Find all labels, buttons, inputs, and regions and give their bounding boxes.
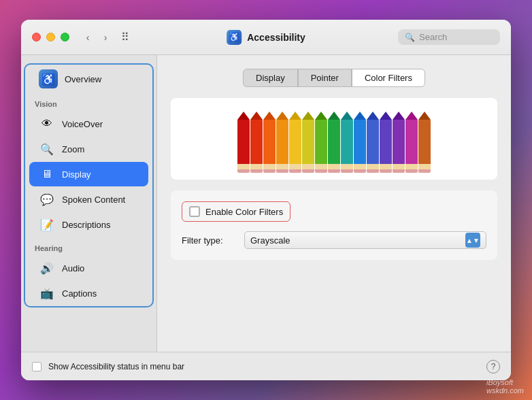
traffic-lights	[32, 33, 69, 41]
select-arrow-icon: ▲▼	[465, 233, 480, 248]
pencil	[289, 112, 301, 173]
sidebar-item-captions[interactable]: 📺 Captions	[29, 281, 148, 305]
footer: Show Accessibility status in menu bar ?	[21, 352, 511, 380]
zoom-icon: 🔍	[39, 141, 55, 157]
grid-icon[interactable]: ⠿	[121, 31, 129, 44]
captions-label: Captions	[62, 288, 97, 299]
descriptions-label: Descriptions	[62, 220, 111, 230]
search-placeholder: Search	[419, 32, 447, 42]
main-window: ‹ › ⠿ ♿ Accessibility 🔍 Search ♿ Overvie…	[21, 20, 511, 380]
titlebar: ‹ › ⠿ ♿ Accessibility 🔍 Search	[21, 20, 511, 55]
tab-pointer[interactable]: Pointer	[298, 69, 352, 87]
overview-icon: ♿	[39, 69, 58, 88]
descriptions-icon: 📝	[39, 216, 55, 233]
audio-icon: 🔊	[39, 260, 55, 276]
tab-display[interactable]: Display	[243, 69, 298, 87]
main-content: Display Pointer Color Filters Enable Col…	[157, 55, 511, 352]
filter-type-select[interactable]: Grayscale ▲▼	[244, 231, 486, 249]
display-icon: 🖥	[39, 166, 55, 182]
help-button[interactable]: ?	[486, 360, 500, 373]
pencil	[354, 112, 366, 173]
nav-buttons: ‹ ›	[80, 30, 113, 45]
minimize-button[interactable]	[46, 33, 55, 41]
pencil	[380, 112, 392, 173]
tab-bar: Display Pointer Color Filters	[171, 69, 497, 87]
search-box[interactable]: 🔍 Search	[398, 29, 500, 45]
captions-icon: 📺	[39, 285, 55, 301]
spoken-content-icon: 💬	[39, 191, 55, 207]
display-label: Display	[62, 169, 91, 180]
accessibility-icon: ♿	[227, 30, 242, 45]
pencil	[367, 112, 379, 173]
window-title-area: ♿ Accessibility	[227, 30, 305, 45]
sidebar-item-zoom[interactable]: 🔍 Zoom	[29, 137, 148, 161]
footer-label: Show Accessibility status in menu bar	[48, 362, 184, 371]
search-icon: 🔍	[405, 33, 415, 42]
sidebar: ♿ Overview Vision 👁 VoiceOver 🔍 Zoom 🖥 D…	[21, 55, 157, 352]
voiceover-label: VoiceOver	[62, 119, 103, 129]
zoom-label: Zoom	[62, 144, 84, 154]
pencil	[276, 112, 288, 173]
filter-type-value: Grayscale	[250, 235, 290, 246]
sidebar-item-spoken-content[interactable]: 💬 Spoken Content	[29, 187, 148, 212]
filter-type-row: Filter type: Grayscale ▲▼	[182, 231, 486, 249]
pencil	[263, 112, 276, 173]
vision-section-header: Vision	[25, 93, 152, 111]
enable-color-filters-checkbox[interactable]	[189, 206, 200, 217]
sidebar-item-display[interactable]: 🖥 Display	[29, 162, 148, 186]
overview-label: Overview	[65, 74, 101, 84]
sidebar-item-audio[interactable]: 🔊 Audio	[29, 256, 148, 280]
back-button[interactable]: ‹	[80, 30, 95, 45]
enable-color-filters-container[interactable]: Enable Color Filters	[182, 201, 290, 222]
spoken-content-label: Spoken Content	[62, 195, 125, 205]
controls-area: Enable Color Filters Filter type: Graysc…	[171, 190, 497, 260]
content-area: ♿ Overview Vision 👁 VoiceOver 🔍 Zoom 🖥 D…	[21, 55, 511, 352]
hearing-section-header: Hearing	[25, 237, 152, 255]
sidebar-border: ♿ Overview Vision 👁 VoiceOver 🔍 Zoom 🖥 D…	[24, 63, 154, 307]
watermark: iBoysoftwskdn.com	[486, 378, 524, 395]
pencils-container	[237, 105, 431, 173]
pencils-area	[171, 98, 497, 180]
sidebar-item-voiceover[interactable]: 👁 VoiceOver	[29, 112, 148, 136]
window-title: Accessibility	[247, 32, 305, 43]
pencil	[302, 112, 314, 173]
forward-button[interactable]: ›	[98, 30, 113, 45]
pencil	[393, 112, 405, 173]
close-button[interactable]	[32, 33, 41, 41]
sidebar-item-descriptions[interactable]: 📝 Descriptions	[29, 212, 148, 237]
maximize-button[interactable]	[61, 33, 69, 41]
pencil	[315, 112, 327, 173]
enable-color-filters-label: Enable Color Filters	[205, 207, 283, 217]
audio-label: Audio	[62, 263, 84, 273]
sidebar-item-overview[interactable]: ♿ Overview	[29, 65, 148, 93]
pencil	[341, 112, 353, 173]
enable-row: Enable Color Filters	[182, 201, 486, 222]
pencil	[250, 112, 263, 173]
pencil	[328, 112, 340, 173]
filter-type-label: Filter type:	[182, 235, 236, 246]
tab-color-filters[interactable]: Color Filters	[352, 69, 425, 87]
voiceover-icon: 👁	[39, 116, 55, 132]
pencil	[418, 112, 431, 173]
pencil	[237, 112, 250, 173]
accessibility-status-checkbox[interactable]	[32, 362, 41, 371]
pencil	[405, 112, 418, 173]
